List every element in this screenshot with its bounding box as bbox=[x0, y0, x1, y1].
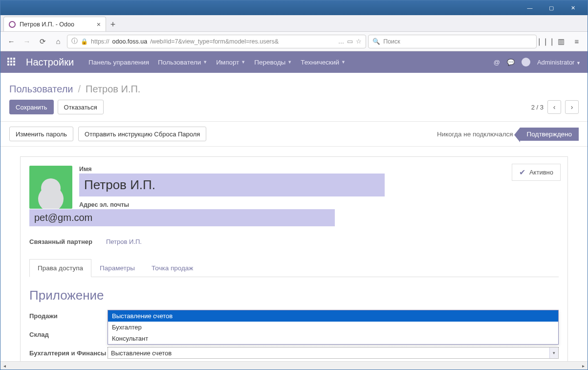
horizontal-scrollbar[interactable]: ◂ ▸ bbox=[0, 361, 588, 370]
chevron-down-icon: ▼ bbox=[341, 60, 346, 65]
close-tab-icon[interactable]: × bbox=[97, 21, 101, 28]
browser-search-placeholder: Поиск bbox=[383, 38, 400, 45]
browser-tab[interactable]: Петров И.П. - Odoo × bbox=[3, 17, 106, 31]
nav-reload-button[interactable]: ⟳ bbox=[36, 35, 49, 48]
content-area: Пользователи / Петров И.П. Сохранить Отк… bbox=[0, 73, 588, 370]
site-info-icon[interactable]: ⓘ bbox=[71, 37, 78, 45]
breadcrumb-current: Петров И.П. bbox=[86, 84, 140, 95]
reader-mode-icon[interactable]: ▭ bbox=[347, 38, 353, 45]
browser-tab-title: Петров И.П. - Odoo bbox=[20, 21, 74, 28]
field-stock-label: Склад bbox=[29, 331, 108, 338]
window-maximize-button[interactable]: ▢ bbox=[541, 1, 562, 15]
active-toggle[interactable]: ✔ Активно bbox=[512, 164, 561, 181]
dropdown-option[interactable]: Бухгалтер bbox=[108, 322, 558, 333]
library-icon[interactable]: ❘❘❘ bbox=[539, 35, 552, 48]
app-title: Настройки bbox=[26, 57, 74, 68]
tab-preferences[interactable]: Параметры bbox=[91, 259, 143, 277]
menu-import[interactable]: Импорт▼ bbox=[216, 59, 245, 66]
statusbar: Никогда не подключался Подтверждено bbox=[430, 128, 579, 141]
browser-navbar: ← → ⟳ ⌂ ⓘ 🔒 https://odoo.foss.ua/web#id=… bbox=[0, 32, 588, 51]
status-confirmed[interactable]: Подтверждено bbox=[520, 128, 579, 141]
url-host: odoo.foss.ua bbox=[112, 38, 148, 45]
sidebar-icon[interactable]: ▥ bbox=[554, 35, 568, 48]
scroll-left-arrow[interactable]: ◂ bbox=[0, 362, 9, 370]
discard-button[interactable]: Отказаться bbox=[58, 100, 104, 114]
menu-users[interactable]: Пользователи▼ bbox=[158, 59, 207, 66]
window-titlebar: — ▢ ✕ bbox=[0, 0, 588, 15]
new-tab-button[interactable]: + bbox=[106, 18, 120, 31]
search-icon: 🔍 bbox=[372, 38, 380, 45]
sheet-tabs: Права доступа Параметры Точка продаж bbox=[29, 259, 559, 277]
field-accounting-select[interactable]: Выставление счетов▾ bbox=[108, 347, 559, 359]
email-input[interactable] bbox=[29, 209, 335, 226]
odoo-favicon bbox=[9, 21, 16, 28]
menu-translations[interactable]: Переводы▼ bbox=[254, 59, 292, 66]
breadcrumb-separator: / bbox=[78, 84, 81, 95]
status-never-connected[interactable]: Никогда не подключался bbox=[430, 128, 520, 141]
tab-access-rights[interactable]: Права доступа bbox=[29, 259, 91, 277]
dropdown-option[interactable]: Выставление счетов bbox=[108, 310, 558, 322]
nav-back-button[interactable]: ← bbox=[4, 35, 18, 48]
pager-next-button[interactable]: › bbox=[565, 100, 579, 114]
send-reset-button[interactable]: Отправить инструкцию Сброса Пароля bbox=[78, 127, 206, 141]
lock-icon: 🔒 bbox=[81, 38, 88, 45]
menu-dashboard[interactable]: Панель управления bbox=[88, 59, 149, 66]
odoo-topbar: Настройки Панель управления Пользователи… bbox=[0, 51, 588, 73]
field-accounting-label: Бухгалтерия и Финансы bbox=[29, 349, 108, 357]
breadcrumb: Пользователи / Петров И.П. bbox=[9, 84, 579, 95]
name-input[interactable] bbox=[79, 174, 385, 196]
accounting-dropdown-list: Выставление счетов Бухгалтер Консультант bbox=[108, 310, 559, 345]
check-icon: ✔ bbox=[519, 168, 525, 177]
pager-text: 2 / 3 bbox=[531, 104, 544, 111]
chevron-down-icon: ▼ bbox=[203, 60, 207, 65]
url-bar[interactable]: ⓘ 🔒 https://odoo.foss.ua/web#id=7&view_t… bbox=[67, 35, 366, 48]
url-prefix: https:// bbox=[91, 38, 109, 45]
active-label: Активно bbox=[529, 169, 553, 176]
partner-label: Связанный партнер bbox=[29, 238, 92, 245]
hamburger-menu-icon[interactable]: ≡ bbox=[570, 35, 584, 48]
menu-technical[interactable]: Технический▼ bbox=[301, 59, 346, 66]
user-avatar-image[interactable] bbox=[29, 166, 72, 209]
partner-link[interactable]: Петров И.П. bbox=[106, 238, 142, 245]
current-user-menu[interactable]: Administrator ▼ bbox=[537, 59, 581, 66]
breadcrumb-root[interactable]: Пользователи bbox=[9, 84, 73, 95]
section-application: Приложение bbox=[29, 288, 559, 303]
pager-prev-button[interactable]: ‹ bbox=[547, 100, 561, 114]
form-sheet: ✔ Активно Имя Адрес эл. почты Связанный … bbox=[20, 156, 568, 370]
chat-icon[interactable]: 💬 bbox=[507, 59, 515, 66]
nav-home-button[interactable]: ⌂ bbox=[51, 35, 65, 48]
chevron-down-icon: ▾ bbox=[549, 348, 558, 358]
browser-tabstrip: Петров И.П. - Odoo × + bbox=[0, 15, 588, 32]
scroll-right-arrow[interactable]: ▸ bbox=[579, 362, 588, 370]
window-close-button[interactable]: ✕ bbox=[562, 1, 584, 15]
odoo-menu: Панель управления Пользователи▼ Импорт▼ … bbox=[88, 59, 346, 66]
chevron-down-icon: ▼ bbox=[287, 60, 292, 65]
nav-forward-button[interactable]: → bbox=[20, 35, 34, 48]
tab-pos[interactable]: Точка продаж bbox=[143, 259, 201, 277]
bookmark-star-icon[interactable]: ☆ bbox=[356, 38, 362, 45]
field-sales-label: Продажи bbox=[29, 312, 108, 320]
save-button[interactable]: Сохранить bbox=[9, 100, 54, 114]
url-ellipsis: … bbox=[338, 38, 345, 45]
browser-search-bar[interactable]: 🔍 Поиск bbox=[368, 35, 537, 48]
dropdown-option[interactable]: Консультант bbox=[108, 333, 558, 344]
apps-grid-icon[interactable] bbox=[7, 58, 16, 66]
name-label: Имя bbox=[29, 166, 559, 173]
chevron-down-icon: ▼ bbox=[241, 60, 245, 65]
at-icon[interactable]: @ bbox=[494, 59, 500, 66]
window-minimize-button[interactable]: — bbox=[519, 1, 541, 15]
email-label: Адрес эл. почты bbox=[29, 201, 559, 208]
url-path: /web#id=7&view_type=form&model=res.users… bbox=[150, 38, 279, 45]
change-password-button[interactable]: Изменить пароль bbox=[9, 127, 73, 141]
user-avatar-icon[interactable] bbox=[522, 58, 530, 66]
